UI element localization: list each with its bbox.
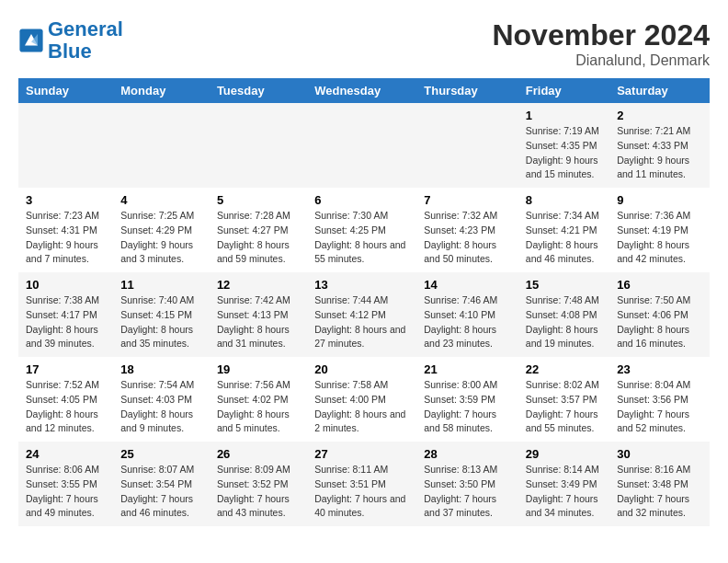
day-number: 24 xyxy=(26,447,106,461)
day-number: 11 xyxy=(120,278,202,292)
day-number: 26 xyxy=(217,447,300,461)
day-number: 18 xyxy=(120,362,202,376)
day-number: 29 xyxy=(526,447,602,461)
day-number: 6 xyxy=(314,193,409,207)
day-cell xyxy=(113,103,210,188)
week-row-1: 1 Sunrise: 7:19 AMSunset: 4:35 PMDayligh… xyxy=(18,103,710,188)
month-title: November 2024 xyxy=(492,18,710,52)
day-number: 1 xyxy=(526,109,602,122)
weekday-header-row: SundayMondayTuesdayWednesdayThursdayFrid… xyxy=(18,78,710,103)
day-number: 2 xyxy=(617,109,702,122)
day-detail: Sunrise: 7:38 AMSunset: 4:17 PMDaylight:… xyxy=(26,294,99,349)
day-detail: Sunrise: 7:44 AMSunset: 4:12 PMDaylight:… xyxy=(314,294,405,349)
day-cell: 30 Sunrise: 8:16 AMSunset: 3:48 PMDaylig… xyxy=(609,442,710,526)
day-number: 12 xyxy=(217,278,300,292)
day-cell: 9 Sunrise: 7:36 AMSunset: 4:19 PMDayligh… xyxy=(609,188,710,272)
day-cell: 1 Sunrise: 7:19 AMSunset: 4:35 PMDayligh… xyxy=(518,103,609,188)
day-detail: Sunrise: 8:14 AMSunset: 3:49 PMDaylight:… xyxy=(526,464,599,518)
day-number: 4 xyxy=(120,193,202,207)
logo-text: General Blue xyxy=(48,18,123,63)
day-detail: Sunrise: 8:16 AMSunset: 3:48 PMDaylight:… xyxy=(617,464,690,518)
day-cell: 13 Sunrise: 7:44 AMSunset: 4:12 PMDaylig… xyxy=(307,272,416,357)
day-detail: Sunrise: 8:04 AMSunset: 3:56 PMDaylight:… xyxy=(617,379,690,433)
day-detail: Sunrise: 7:19 AMSunset: 4:35 PMDaylight:… xyxy=(526,125,599,179)
weekday-header-tuesday: Tuesday xyxy=(210,78,307,103)
weekday-header-friday: Friday xyxy=(518,78,609,103)
day-cell: 22 Sunrise: 8:02 AMSunset: 3:57 PMDaylig… xyxy=(518,357,609,442)
day-cell xyxy=(307,103,416,188)
day-detail: Sunrise: 7:36 AMSunset: 4:19 PMDaylight:… xyxy=(617,210,690,264)
logo-line2: Blue xyxy=(48,40,92,63)
weekday-header-thursday: Thursday xyxy=(416,78,518,103)
day-detail: Sunrise: 7:54 AMSunset: 4:03 PMDaylight:… xyxy=(120,379,194,433)
day-cell: 17 Sunrise: 7:52 AMSunset: 4:05 PMDaylig… xyxy=(18,357,113,442)
day-number: 8 xyxy=(526,193,602,207)
day-number: 14 xyxy=(424,278,511,292)
day-number: 23 xyxy=(617,362,702,376)
day-detail: Sunrise: 7:28 AMSunset: 4:27 PMDaylight:… xyxy=(217,210,290,264)
day-number: 7 xyxy=(424,193,511,207)
week-row-2: 3 Sunrise: 7:23 AMSunset: 4:31 PMDayligh… xyxy=(18,188,710,272)
day-number: 16 xyxy=(617,278,702,292)
day-number: 5 xyxy=(217,193,300,207)
week-row-3: 10 Sunrise: 7:38 AMSunset: 4:17 PMDaylig… xyxy=(18,272,710,357)
day-detail: Sunrise: 7:25 AMSunset: 4:29 PMDaylight:… xyxy=(120,210,194,264)
day-detail: Sunrise: 8:13 AMSunset: 3:50 PMDaylight:… xyxy=(424,464,497,518)
weekday-header-monday: Monday xyxy=(113,78,210,103)
day-detail: Sunrise: 7:42 AMSunset: 4:13 PMDaylight:… xyxy=(217,294,290,349)
day-detail: Sunrise: 7:21 AMSunset: 4:33 PMDaylight:… xyxy=(617,125,690,179)
day-detail: Sunrise: 8:09 AMSunset: 3:52 PMDaylight:… xyxy=(217,464,290,518)
day-number: 17 xyxy=(26,362,106,376)
page-header: General Blue November 2024 Dianalund, De… xyxy=(18,18,710,69)
day-detail: Sunrise: 8:11 AMSunset: 3:51 PMDaylight:… xyxy=(314,464,405,518)
day-number: 22 xyxy=(526,362,602,376)
day-number: 30 xyxy=(617,447,702,461)
day-cell: 18 Sunrise: 7:54 AMSunset: 4:03 PMDaylig… xyxy=(113,357,210,442)
day-cell: 7 Sunrise: 7:32 AMSunset: 4:23 PMDayligh… xyxy=(416,188,518,272)
day-detail: Sunrise: 7:32 AMSunset: 4:23 PMDaylight:… xyxy=(424,210,497,264)
day-cell: 16 Sunrise: 7:50 AMSunset: 4:06 PMDaylig… xyxy=(609,272,710,357)
day-cell: 2 Sunrise: 7:21 AMSunset: 4:33 PMDayligh… xyxy=(609,103,710,188)
day-cell xyxy=(210,103,307,188)
logo: General Blue xyxy=(18,18,123,63)
day-cell: 15 Sunrise: 7:48 AMSunset: 4:08 PMDaylig… xyxy=(518,272,609,357)
weekday-header-sunday: Sunday xyxy=(18,78,113,103)
day-cell: 5 Sunrise: 7:28 AMSunset: 4:27 PMDayligh… xyxy=(210,188,307,272)
day-cell: 6 Sunrise: 7:30 AMSunset: 4:25 PMDayligh… xyxy=(307,188,416,272)
logo-line1: General xyxy=(48,17,123,40)
day-cell: 23 Sunrise: 8:04 AMSunset: 3:56 PMDaylig… xyxy=(609,357,710,442)
day-detail: Sunrise: 7:52 AMSunset: 4:05 PMDaylight:… xyxy=(26,379,99,433)
day-detail: Sunrise: 7:48 AMSunset: 4:08 PMDaylight:… xyxy=(526,294,599,349)
day-number: 13 xyxy=(314,278,409,292)
day-detail: Sunrise: 7:23 AMSunset: 4:31 PMDaylight:… xyxy=(26,210,99,264)
day-number: 25 xyxy=(120,447,202,461)
day-cell: 24 Sunrise: 8:06 AMSunset: 3:55 PMDaylig… xyxy=(18,442,113,526)
title-block: November 2024 Dianalund, Denmark xyxy=(492,18,710,69)
day-detail: Sunrise: 8:00 AMSunset: 3:59 PMDaylight:… xyxy=(424,379,497,433)
day-cell: 29 Sunrise: 8:14 AMSunset: 3:49 PMDaylig… xyxy=(518,442,609,526)
day-detail: Sunrise: 8:06 AMSunset: 3:55 PMDaylight:… xyxy=(26,464,99,518)
week-row-5: 24 Sunrise: 8:06 AMSunset: 3:55 PMDaylig… xyxy=(18,442,710,526)
calendar-table: SundayMondayTuesdayWednesdayThursdayFrid… xyxy=(18,78,710,526)
day-cell: 4 Sunrise: 7:25 AMSunset: 4:29 PMDayligh… xyxy=(113,188,210,272)
day-cell: 10 Sunrise: 7:38 AMSunset: 4:17 PMDaylig… xyxy=(18,272,113,357)
day-detail: Sunrise: 8:07 AMSunset: 3:54 PMDaylight:… xyxy=(120,464,194,518)
day-number: 19 xyxy=(217,362,300,376)
day-cell: 25 Sunrise: 8:07 AMSunset: 3:54 PMDaylig… xyxy=(113,442,210,526)
day-detail: Sunrise: 7:46 AMSunset: 4:10 PMDaylight:… xyxy=(424,294,497,349)
day-number: 21 xyxy=(424,362,511,376)
day-number: 27 xyxy=(314,447,409,461)
day-detail: Sunrise: 7:56 AMSunset: 4:02 PMDaylight:… xyxy=(217,379,290,433)
day-number: 15 xyxy=(526,278,602,292)
day-cell: 28 Sunrise: 8:13 AMSunset: 3:50 PMDaylig… xyxy=(416,442,518,526)
day-cell: 19 Sunrise: 7:56 AMSunset: 4:02 PMDaylig… xyxy=(210,357,307,442)
day-number: 28 xyxy=(424,447,511,461)
day-detail: Sunrise: 7:40 AMSunset: 4:15 PMDaylight:… xyxy=(120,294,194,349)
day-cell: 20 Sunrise: 7:58 AMSunset: 4:00 PMDaylig… xyxy=(307,357,416,442)
logo-icon xyxy=(18,28,44,53)
weekday-header-saturday: Saturday xyxy=(609,78,710,103)
day-cell: 8 Sunrise: 7:34 AMSunset: 4:21 PMDayligh… xyxy=(518,188,609,272)
day-number: 10 xyxy=(26,278,106,292)
day-cell: 12 Sunrise: 7:42 AMSunset: 4:13 PMDaylig… xyxy=(210,272,307,357)
day-number: 9 xyxy=(617,193,702,207)
